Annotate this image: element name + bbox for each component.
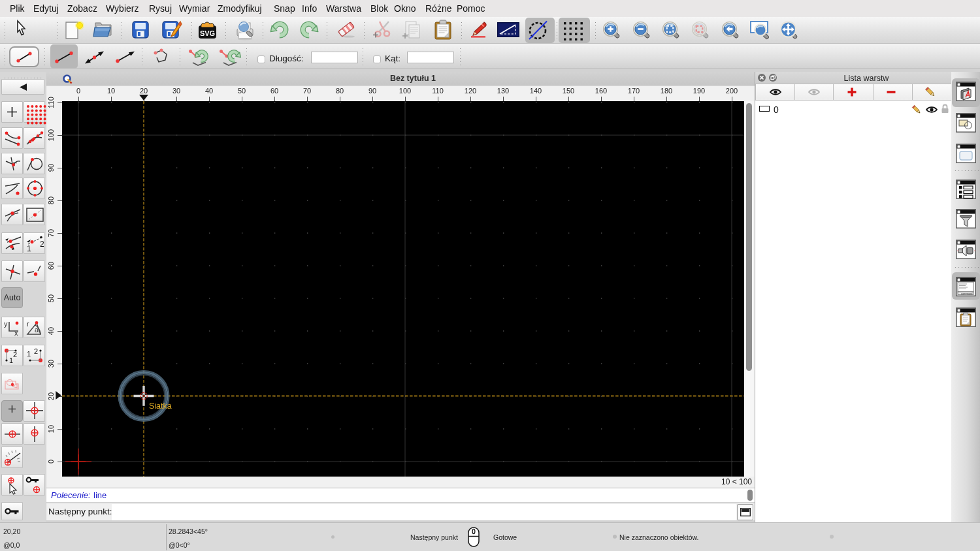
- svg-text:command: command: [961, 292, 973, 295]
- svg-text:r: r: [27, 320, 29, 328]
- svg-text:1: 1: [27, 350, 31, 358]
- svg-text:2: 2: [34, 347, 38, 355]
- svg-text:x: x: [14, 329, 18, 337]
- svg-text:2: 2: [13, 351, 17, 358]
- svg-text:SVG: SVG: [200, 29, 215, 37]
- svg-text:1: 1: [27, 244, 31, 253]
- svg-text:Siatka: Siatka: [149, 401, 172, 411]
- svg-text:a: a: [35, 326, 39, 334]
- svg-text:y: y: [4, 320, 8, 328]
